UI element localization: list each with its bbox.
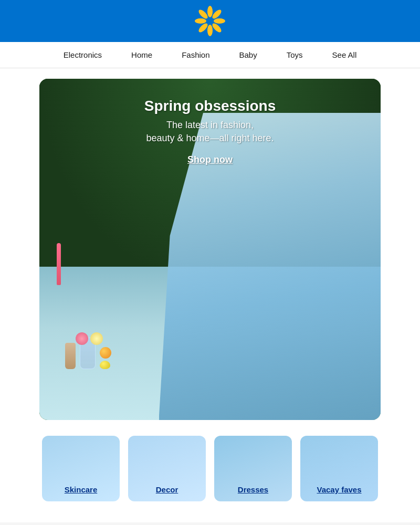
svg-point-3 <box>214 18 225 24</box>
nav-item-see-all[interactable]: See All <box>328 48 361 61</box>
nav-item-electronics[interactable]: Electronics <box>59 48 106 61</box>
svg-point-0 <box>207 6 213 17</box>
hero-subtitle-line2: beauty & home—all right here. <box>146 133 274 143</box>
flowers-item <box>76 332 103 345</box>
category-cards-container: Skincare Decor Dresses Vacay faves <box>26 436 394 501</box>
svg-point-4 <box>197 8 209 20</box>
site-header <box>0 0 420 42</box>
nav-item-home[interactable]: Home <box>127 48 156 61</box>
hero-text-overlay: Spring obsessions The latest in fashion,… <box>39 79 381 165</box>
hero-cta-link[interactable]: Shop now <box>187 154 233 165</box>
main-content: Spring obsessions The latest in fashion,… <box>0 68 420 522</box>
orange-fruit <box>100 347 111 359</box>
pink-flower <box>76 332 88 345</box>
nav-item-baby[interactable]: Baby <box>235 48 261 61</box>
main-navigation: Electronics Home Fashion Baby Toys See A… <box>0 42 420 68</box>
category-card-dresses[interactable]: Dresses <box>214 436 292 501</box>
svg-point-6 <box>211 8 223 20</box>
candle-item <box>57 243 61 285</box>
nav-item-toys[interactable]: Toys <box>282 48 307 61</box>
category-label-vacay-faves: Vacay faves <box>317 485 361 494</box>
category-card-skincare[interactable]: Skincare <box>42 436 120 501</box>
vase-item <box>65 343 76 369</box>
hero-table-items <box>57 233 193 369</box>
category-label-skincare: Skincare <box>65 485 98 494</box>
hero-background: Spring obsessions The latest in fashion,… <box>39 79 381 420</box>
category-label-dresses: Dresses <box>238 485 268 494</box>
nav-item-fashion[interactable]: Fashion <box>177 48 214 61</box>
svg-point-2 <box>195 18 206 24</box>
hero-banner[interactable]: Spring obsessions The latest in fashion,… <box>39 79 381 420</box>
svg-point-5 <box>211 22 223 34</box>
svg-point-7 <box>197 22 209 34</box>
hero-subtitle-line1: The latest in fashion, <box>166 120 254 130</box>
hero-title: Spring obsessions <box>39 98 381 114</box>
category-card-decor[interactable]: Decor <box>128 436 206 501</box>
hero-subtitle: The latest in fashion, beauty & home—all… <box>39 119 381 145</box>
svg-point-1 <box>207 25 213 36</box>
walmart-logo[interactable] <box>194 5 226 37</box>
category-card-vacay-faves[interactable]: Vacay faves <box>300 436 378 501</box>
lemon-fruit <box>100 361 110 369</box>
yellow-flower <box>90 332 103 345</box>
category-label-decor: Decor <box>156 485 178 494</box>
